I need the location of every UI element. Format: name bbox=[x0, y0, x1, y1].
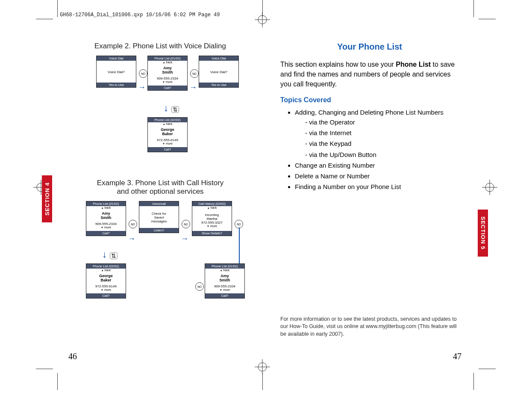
screen-more-label: more bbox=[87, 288, 125, 291]
crop-mark bbox=[57, 373, 58, 390]
screen-body-text: messages bbox=[140, 219, 178, 223]
screen-title: Voice Dial bbox=[97, 56, 136, 61]
screen-back-label: back bbox=[205, 269, 244, 272]
screen-body-text: 972-555-3327 bbox=[193, 221, 231, 225]
contact-phone: 909-555-2334 bbox=[87, 222, 125, 226]
phone-screen: Phone List (01/02) back Amy Smith 909-55… bbox=[86, 201, 126, 236]
screen-title: Phone List (02/02) bbox=[86, 264, 126, 269]
screen-back-label: back bbox=[86, 269, 126, 272]
page-47: SECTION 5 Your Phone List This section e… bbox=[265, 26, 474, 368]
intro-paragraph: This section explains how to use your Ph… bbox=[280, 59, 459, 89]
example-3-title-line2: and other optional services bbox=[71, 187, 250, 196]
topic-sublist: via the Operator via the Internet via th… bbox=[295, 117, 459, 160]
contact-phone: 909-555-2334 bbox=[206, 284, 244, 288]
example-2-diagram: Voice Dial Voice Dial? Yes to Use NO → P… bbox=[75, 56, 246, 175]
no-button-icon: NO bbox=[190, 69, 199, 78]
phone-screen: Phone List (02/02) back George Baker 972… bbox=[147, 117, 188, 152]
example-3-title-line1: Example 3. Phone List with Call History bbox=[71, 179, 250, 187]
crop-mark bbox=[36, 369, 53, 369]
screen-footer: Call? bbox=[205, 293, 244, 298]
crop-mark bbox=[473, 373, 474, 390]
section-5-tab: SECTION 5 bbox=[478, 210, 488, 257]
prepress-header: GH68-12706A_Dial_101006.qxp 10/16/06 6:0… bbox=[60, 12, 220, 18]
screen-back-label: back bbox=[192, 206, 232, 209]
topic-text: Adding, Changing and Deleting Phone List… bbox=[295, 109, 444, 116]
screen-back-label: back bbox=[86, 206, 126, 209]
example-3-diagram: Phone List (01/02) back Amy Smith 909-55… bbox=[75, 201, 246, 321]
screen-title: Phone List (01/02) bbox=[205, 264, 244, 269]
screen-more-label: more bbox=[193, 225, 231, 228]
screen-footer: Show Details? bbox=[192, 231, 232, 236]
screen-body-text: Voice Dial? bbox=[200, 70, 238, 74]
screen-back-label: back bbox=[148, 61, 187, 64]
example-2-title: Example 2. Phone List with Voice Dialing bbox=[71, 42, 250, 50]
section-4-tab: SECTION 4 bbox=[42, 175, 52, 222]
contact-phone: 909-555-2334 bbox=[149, 77, 186, 80]
sub-topic-item: via the Up/Down Button bbox=[305, 150, 459, 160]
screen-title: Voice Dial bbox=[199, 56, 238, 61]
screen-more-label: more bbox=[87, 226, 125, 229]
screen-more-label: more bbox=[149, 142, 186, 145]
screen-body-text: Saved bbox=[140, 216, 178, 219]
page-46: SECTION 4 Example 2. Phone List with Voi… bbox=[56, 26, 265, 368]
crop-mark bbox=[262, 373, 263, 390]
topic-item: Change an Existing Number bbox=[295, 160, 459, 170]
screen-footer: Yes to Use bbox=[199, 83, 238, 87]
page-number-46: 46 bbox=[68, 352, 77, 361]
screen-body-text: Voice Dial? bbox=[97, 70, 135, 74]
contact-phone: 972-555-6149 bbox=[149, 138, 186, 142]
contact-last-name: Baker bbox=[149, 132, 186, 136]
no-button-icon: NO bbox=[182, 220, 190, 228]
registration-mark bbox=[255, 12, 270, 27]
footer-note: For more information or to see the lates… bbox=[280, 316, 459, 338]
screen-more-label: more bbox=[149, 80, 186, 83]
arrow-right-icon: → bbox=[189, 83, 197, 92]
screen-footer: Call? bbox=[148, 147, 187, 152]
sub-topic-item: via the Internet bbox=[305, 128, 459, 138]
screen-back-label: back bbox=[148, 122, 187, 125]
sub-topic-item: via the Keypad bbox=[305, 139, 459, 148]
contact-last-name: Smith bbox=[149, 71, 186, 75]
topic-item: Delete a Name or Number bbox=[295, 171, 459, 181]
screen-body-text: Incoming bbox=[193, 213, 231, 217]
no-button-icon: NO bbox=[139, 69, 147, 78]
contact-phone: 972-555-6149 bbox=[87, 284, 125, 288]
crop-mark bbox=[57, 0, 58, 17]
arrow-down-icon: ↓ bbox=[102, 249, 107, 260]
screen-title: Phone List (01/02) bbox=[86, 201, 126, 206]
phone-screen: Phone List (02/02) back George Baker 972… bbox=[86, 263, 126, 299]
phone-screen: Voice Dial Voice Dial? Yes to Use bbox=[199, 56, 239, 88]
page-number-47: 47 bbox=[453, 352, 461, 361]
topics-covered-heading: Topics Covered bbox=[280, 96, 459, 104]
up-down-button-icon: ⇅ bbox=[110, 252, 118, 259]
arrow-right-icon: → bbox=[128, 234, 135, 243]
phone-screen: Voicemail Check for Saved messages Liste… bbox=[139, 201, 179, 233]
contact-last-name: Smith bbox=[87, 216, 125, 220]
screen-body-text: Check for bbox=[140, 212, 178, 216]
no-button-icon: NO bbox=[235, 220, 243, 228]
screen-title: Voicemail bbox=[139, 201, 179, 206]
phone-screen: Voice Dial Voice Dial? Yes to Use bbox=[96, 56, 136, 88]
page-title: Your Phone List bbox=[280, 42, 459, 52]
page-spread: SECTION 4 Example 2. Phone List with Voi… bbox=[56, 26, 476, 368]
topic-item: Adding, Changing and Deleting Phone List… bbox=[295, 107, 459, 160]
topic-item: Finding a Number on your Phone List bbox=[295, 182, 459, 192]
crop-mark bbox=[479, 369, 496, 369]
crop-mark bbox=[479, 19, 496, 19]
screen-footer: Call? bbox=[86, 293, 126, 298]
up-down-button-icon: ⇅ bbox=[171, 106, 179, 113]
screen-title: Phone List (01/02) bbox=[148, 56, 187, 61]
screen-title: Phone List (02/02) bbox=[148, 118, 187, 122]
crop-mark bbox=[36, 19, 53, 19]
sub-topic-item: via the Operator bbox=[305, 117, 459, 127]
screen-footer: Listen? bbox=[139, 228, 179, 233]
topics-list: Adding, Changing and Deleting Phone List… bbox=[280, 107, 459, 192]
crop-mark bbox=[473, 0, 474, 17]
arrow-right-icon: → bbox=[138, 83, 146, 92]
intro-text-pre: This section explains how to use your bbox=[280, 61, 396, 68]
no-button-icon: NO bbox=[129, 220, 137, 228]
no-button-icon: NO bbox=[195, 282, 204, 291]
screen-title: Call History (02/02) bbox=[192, 201, 232, 206]
phone-screen: Phone List (01/02) back Amy Smith 909-55… bbox=[205, 263, 245, 299]
screen-more-label: more bbox=[206, 288, 244, 291]
